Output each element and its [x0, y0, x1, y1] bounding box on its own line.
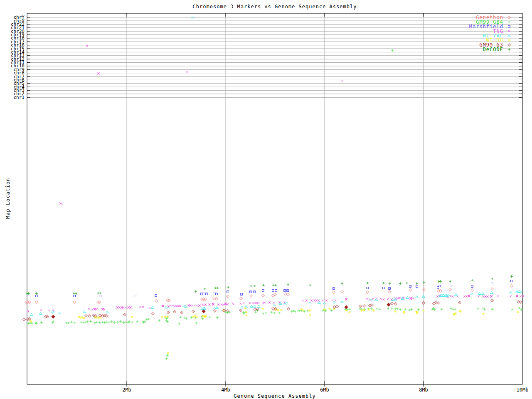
- legend-marker-marshfield: [508, 26, 510, 28]
- legend-item-decode: DeCODE: [483, 47, 503, 52]
- x-tick-label-8Mb: 8Mb: [411, 387, 436, 393]
- series-gm99_gb4: [27, 49, 523, 360]
- legend-marker-wi_rh: [508, 39, 510, 42]
- x-tick-label-2Mb: 2Mb: [114, 387, 139, 393]
- legend-marker-gm99_gb4: [508, 21, 510, 23]
- x-axis-title: Genome Sequence Assembly: [27, 393, 522, 399]
- x-tick-label-10Mb: 10Mb: [510, 387, 532, 393]
- series-marshfield: [26, 280, 513, 297]
- chart-screenshot: Chromosome 3 Markers vs Genome Sequence …: [0, 0, 532, 399]
- series-wi_yac: [30, 17, 522, 316]
- x-tick-label-6Mb: 6Mb: [312, 387, 337, 393]
- y-tick-label-chr1: chr1: [14, 96, 25, 99]
- legend-marker-gm99_g3: [508, 44, 511, 47]
- y-axis-title: Map Location: [5, 175, 11, 221]
- series-tng: [27, 45, 524, 312]
- x-tick-label-4Mb: 4Mb: [213, 387, 238, 393]
- plot-area: [0, 0, 532, 399]
